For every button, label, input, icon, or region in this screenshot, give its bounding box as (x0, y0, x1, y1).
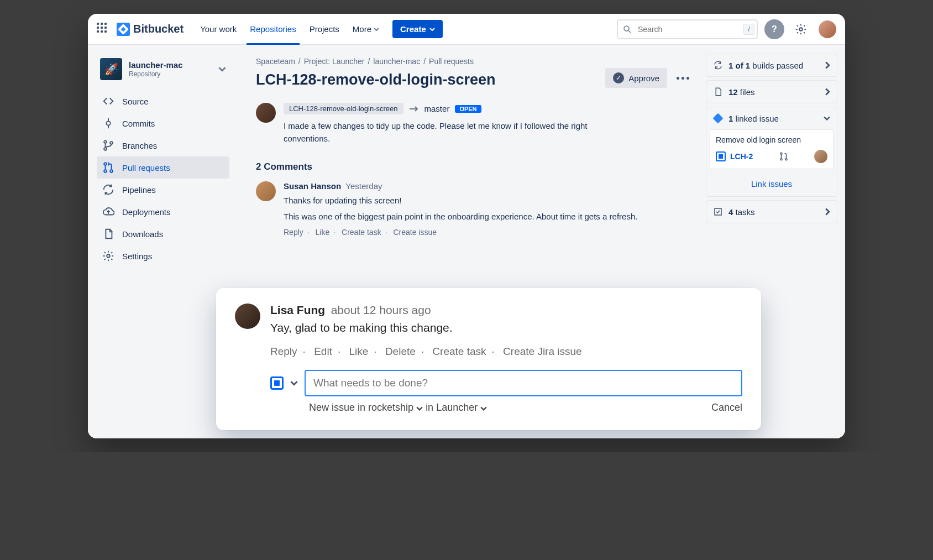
svg-point-6 (104, 140, 107, 143)
delete-link[interactable]: Delete (385, 346, 416, 357)
active-comment-card: Lisa Fung about 12 hours ago Yay, glad t… (216, 288, 761, 430)
svg-line-1 (628, 30, 631, 33)
svg-point-2 (799, 28, 803, 31)
sidebar-item-settings[interactable]: Settings (97, 245, 229, 267)
sidebar-nav: Source Commits Branches Pull requests Pi… (97, 90, 229, 267)
svg-rect-13 (713, 113, 723, 123)
comment-author: Lisa Fung (270, 303, 325, 316)
issue-summary-input[interactable] (305, 370, 742, 396)
nav-repositories[interactable]: Repositories (244, 14, 301, 45)
search-icon (622, 24, 632, 34)
issue-key[interactable]: LCH-2 (730, 152, 753, 161)
crumb[interactable]: Spaceteam (256, 57, 295, 66)
sidebar-item-pipelines[interactable]: Pipelines (97, 179, 229, 201)
approve-button[interactable]: ✓ Approve (605, 68, 667, 88)
product-name: Bitbucket (133, 23, 184, 35)
svg-point-0 (624, 26, 629, 31)
chevron-down-icon (429, 28, 435, 31)
sidebar-item-pull-requests[interactable]: Pull requests (97, 156, 229, 179)
app-switcher-icon[interactable] (97, 23, 110, 36)
sidebar-item-commits[interactable]: Commits (97, 112, 229, 134)
crumb[interactable]: Project: Launcher (304, 57, 365, 66)
comment: Susan Hanson Yesterday Thanks for updati… (256, 181, 693, 237)
status-badge: OPEN (455, 105, 481, 113)
svg-point-10 (104, 170, 107, 172)
sidebar-item-downloads[interactable]: Downloads (97, 223, 229, 245)
code-icon (102, 95, 114, 107)
repo-switcher[interactable]: 🚀 launcher-mac Repository (97, 54, 229, 89)
crumb[interactable]: launcher-mac (373, 57, 420, 66)
window: Bitbucket Your work Repositories Project… (88, 14, 845, 438)
like-link[interactable]: Like (349, 346, 368, 357)
linked-issue[interactable]: Remove old login screen LCH-2 (710, 129, 834, 169)
chevron-down-icon (824, 116, 830, 121)
svg-point-7 (104, 148, 107, 150)
refresh-icon (713, 60, 723, 70)
svg-point-9 (104, 163, 107, 165)
reply-link[interactable]: Reply (270, 346, 297, 357)
tasks-card[interactable]: 4 tasks (706, 200, 837, 223)
issuetype-icon[interactable] (270, 376, 284, 390)
edit-link[interactable]: Edit (314, 346, 332, 357)
more-actions-button[interactable] (673, 68, 693, 88)
sidebar-item-branches[interactable]: Branches (97, 134, 229, 156)
source-branch[interactable]: LCH-128-remove-old-login-screen (284, 103, 403, 114)
comment-author: Susan Hanson (284, 181, 341, 191)
issue-target-hint[interactable]: New issue in rocketship in Launcher (309, 402, 487, 414)
pull-request-icon (102, 161, 114, 174)
arrow-right-icon (409, 106, 419, 112)
topnav: Bitbucket Your work Repositories Project… (88, 14, 845, 45)
svg-point-3 (106, 121, 110, 125)
comment-actions: Reply· Edit· Like· Delete· Create task· … (235, 346, 742, 358)
create-button[interactable]: Create (392, 20, 443, 38)
comments-heading: 2 Comments (256, 161, 693, 172)
sidebar-item-source[interactable]: Source (97, 90, 229, 112)
svg-point-12 (107, 254, 110, 258)
svg-point-11 (110, 170, 113, 172)
crumb[interactable]: Pull requests (429, 57, 474, 66)
chevron-right-icon (825, 88, 830, 96)
jira-icon (713, 113, 723, 123)
comment-avatar (256, 181, 276, 201)
pr-description: I made a few changes to tidy up the code… (284, 120, 626, 145)
svg-point-15 (780, 159, 782, 160)
target-branch[interactable]: master (424, 104, 450, 113)
issuetype-icon (716, 151, 726, 161)
create-issue-link[interactable]: Create issue (393, 228, 437, 237)
svg-point-8 (110, 142, 113, 144)
like-link[interactable]: Like (316, 228, 330, 237)
pull-request-icon (779, 151, 789, 161)
chevron-down-icon (374, 28, 379, 31)
reply-link[interactable]: Reply (284, 228, 303, 237)
assignee-avatar (814, 150, 827, 163)
create-task-link[interactable]: Create task (342, 228, 381, 237)
chevron-down-icon (416, 406, 423, 411)
file-icon (713, 87, 723, 97)
chevron-down-icon[interactable] (290, 380, 298, 386)
files-card[interactable]: 12 files (706, 80, 837, 103)
cancel-link[interactable]: Cancel (711, 402, 742, 414)
settings-icon[interactable] (791, 19, 811, 39)
logo[interactable]: Bitbucket (117, 23, 184, 36)
nav-projects[interactable]: Projects (304, 14, 345, 45)
checkbox-icon (713, 207, 723, 217)
comment-avatar (235, 303, 260, 329)
main-content: Spaceteam/ Project: Launcher/ launcher-m… (238, 45, 706, 438)
svg-point-14 (780, 153, 782, 154)
nav-more[interactable]: More (347, 14, 385, 45)
link-issues-button[interactable]: Link issues (706, 174, 837, 196)
user-avatar[interactable] (819, 20, 836, 38)
create-jira-issue-link[interactable]: Create Jira issue (503, 346, 582, 357)
help-icon[interactable]: ? (764, 19, 784, 39)
linked-issue-card: 1 linked issue Remove old login screen L… (706, 107, 837, 197)
nav-your-work[interactable]: Your work (195, 14, 242, 45)
cloud-up-icon (102, 206, 114, 218)
builds-card[interactable]: 1 of 1 builds passed (706, 54, 837, 77)
comment-actions: Reply· Like· Create task· Create issue (284, 228, 693, 237)
chevron-right-icon (825, 208, 830, 216)
create-task-link[interactable]: Create task (432, 346, 486, 357)
search-input[interactable] (617, 19, 758, 39)
breadcrumb: Spaceteam/ Project: Launcher/ launcher-m… (256, 57, 693, 66)
sidebar-item-deployments[interactable]: Deployments (97, 201, 229, 223)
commit-icon (102, 117, 114, 129)
